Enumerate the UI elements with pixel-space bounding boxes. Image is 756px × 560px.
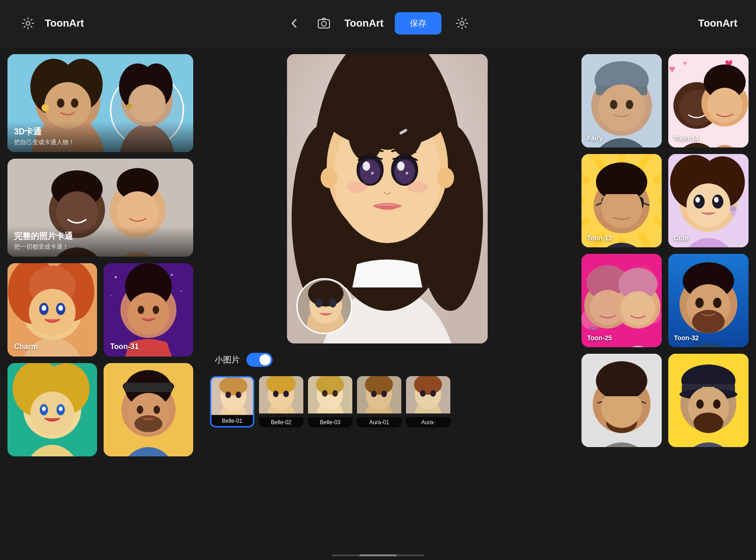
svg-point-44 xyxy=(171,274,173,276)
film-label-belle01: Belle-01 xyxy=(211,416,253,426)
svg-point-107 xyxy=(329,298,336,308)
svg-point-92 xyxy=(363,161,370,171)
svg-point-11 xyxy=(71,98,78,108)
topbar-left-title: ToonArt xyxy=(45,17,84,29)
svg-point-20 xyxy=(126,104,132,109)
right-panel: Fairy ♥ ♥ ♥ ♥ xyxy=(574,47,756,560)
svg-point-93 xyxy=(397,161,405,171)
film-item-aura01[interactable]: Aura-01 xyxy=(357,376,401,427)
scrollbar-thumb[interactable] xyxy=(359,554,397,556)
card-cute[interactable]: Cute xyxy=(668,154,749,247)
svg-point-100 xyxy=(321,168,337,188)
svg-point-91 xyxy=(394,160,415,184)
svg-point-72 xyxy=(154,406,160,414)
film-label-belle03: Belle-03 xyxy=(308,417,352,427)
svg-text:♥: ♥ xyxy=(669,63,675,75)
svg-point-124 xyxy=(322,390,328,397)
svg-point-106 xyxy=(315,298,322,308)
svg-point-73 xyxy=(134,415,162,432)
svg-point-213 xyxy=(695,298,704,308)
card-man-cartoon[interactable] xyxy=(104,363,193,456)
svg-point-130 xyxy=(371,391,377,397)
svg-point-90 xyxy=(360,160,380,184)
svg-point-36 xyxy=(29,289,76,336)
svg-point-218 xyxy=(596,361,647,400)
svg-rect-1 xyxy=(318,20,329,28)
card-toon25[interactable]: Toon-25 xyxy=(581,254,662,347)
svg-point-45 xyxy=(181,291,182,292)
save-button[interactable]: 保存 xyxy=(395,12,441,35)
svg-text:♥: ♥ xyxy=(683,59,687,67)
svg-point-46 xyxy=(111,295,112,296)
card-toon-cap[interactable]: NY xyxy=(668,354,749,447)
film-label-belle02: Belle-02 xyxy=(259,417,303,427)
topbar: ToonArt ToonArt 保存 ToonArt xyxy=(0,0,756,47)
card-photo-cartoon[interactable]: 完整的照片卡通 把一切都变成卡通！ xyxy=(7,159,193,257)
card-photo-title: 完整的照片卡通 xyxy=(14,231,187,242)
svg-point-52 xyxy=(138,306,144,314)
svg-point-19 xyxy=(128,84,166,122)
svg-point-234 xyxy=(693,413,723,433)
card-toon14[interactable]: ♥ ♥ ♥ ♥ Toon-14 xyxy=(668,54,749,147)
card-fairy[interactable]: Fairy xyxy=(581,54,662,147)
svg-point-137 xyxy=(430,390,436,397)
svg-point-62 xyxy=(42,406,46,411)
thumbnail-circle xyxy=(296,278,352,334)
svg-point-59 xyxy=(30,392,74,435)
card-man-portrait[interactable] xyxy=(581,354,662,447)
svg-point-112 xyxy=(225,392,231,398)
card-toon32[interactable]: Toon-32 xyxy=(668,254,749,347)
film-label-aura01: Aura-01 xyxy=(357,417,401,427)
svg-point-2 xyxy=(322,21,326,26)
scrollbar-track xyxy=(331,554,425,556)
topbar-right-title: ToonArt xyxy=(698,17,737,29)
card-toon32-tag: Toon-32 xyxy=(674,334,699,342)
card-charm[interactable]: Charm xyxy=(7,263,97,357)
svg-point-145 xyxy=(610,100,617,109)
svg-point-86 xyxy=(364,98,411,150)
topbar-center: ToonArt 保存 xyxy=(258,12,497,35)
svg-point-146 xyxy=(626,100,633,109)
toggle-thumb xyxy=(259,354,271,365)
svg-point-12 xyxy=(42,104,49,112)
card-toon13[interactable]: Toon-13 xyxy=(581,154,662,247)
main-content: 3D卡通 把自己变成卡通人物！ xyxy=(0,47,756,560)
film-item-belle01[interactable]: Belle-01 xyxy=(210,376,254,427)
settings-icon-center[interactable] xyxy=(453,14,471,33)
svg-point-236 xyxy=(713,399,721,409)
film-item-aura[interactable]: Aura- xyxy=(406,376,450,427)
film-item-belle03[interactable]: Belle-03 xyxy=(308,376,352,427)
svg-point-136 xyxy=(420,390,426,397)
svg-point-125 xyxy=(332,390,338,397)
toggle-row: 小图片 xyxy=(210,353,273,367)
svg-point-3 xyxy=(460,21,464,25)
photo-icon[interactable] xyxy=(315,14,333,33)
card-3d-cartoon[interactable]: 3D卡通 把自己变成卡通人物！ xyxy=(7,54,193,152)
svg-point-10 xyxy=(57,98,64,108)
film-item-belle02[interactable]: Belle-02 xyxy=(259,376,303,427)
svg-point-0 xyxy=(26,21,30,25)
svg-point-51 xyxy=(127,293,169,335)
svg-point-212 xyxy=(692,310,725,333)
svg-point-191 xyxy=(730,206,736,212)
card-teal[interactable] xyxy=(7,363,97,456)
svg-point-119 xyxy=(283,391,289,397)
topbar-left: ToonArt xyxy=(19,14,258,33)
svg-point-235 xyxy=(696,399,704,409)
svg-point-205 xyxy=(621,291,655,326)
topbar-center-title: ToonArt xyxy=(344,17,384,29)
settings-icon-left[interactable] xyxy=(19,14,37,33)
small-image-toggle[interactable] xyxy=(246,353,273,367)
svg-point-190 xyxy=(714,197,719,203)
svg-rect-69 xyxy=(124,383,173,392)
filmstrip: Belle-01 Belle-02 xyxy=(210,376,450,427)
svg-point-105 xyxy=(308,280,343,307)
card-toon25-tag: Toon-25 xyxy=(587,334,612,342)
card-toon31[interactable]: Toon-31 xyxy=(104,263,193,357)
back-button[interactable] xyxy=(285,14,303,33)
card-3d-title: 3D卡通 xyxy=(14,126,187,137)
card-fairy-tag: Fairy xyxy=(587,134,602,142)
card-photo-label: 完整的照片卡通 把一切都变成卡通！ xyxy=(7,226,193,257)
svg-point-189 xyxy=(695,197,700,203)
svg-point-40 xyxy=(58,305,63,311)
